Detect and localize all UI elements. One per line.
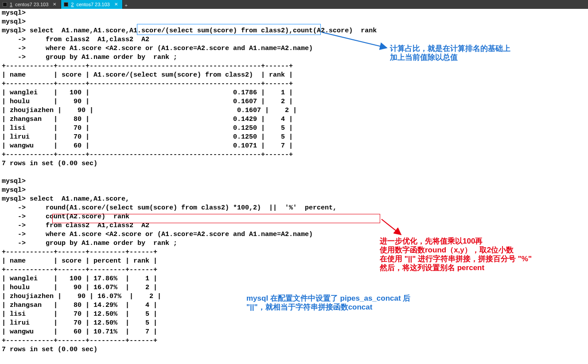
sql-line: -> from class2 A1,class2 A2 [2, 36, 149, 43]
table-separator: +------------+-------+------------------… [2, 62, 293, 70]
tab-1[interactable]: 1 centos7 23.103 ✕ [0, 0, 61, 9]
tab-number: 1 [10, 0, 12, 9]
result-summary: 7 rows in set (0.00 sec) [2, 346, 97, 353]
annotation-line: 计算占比，就是在计算排名的基础上 [390, 44, 510, 53]
table-row: | wanglei | 100 | 0.1786 | 1 | [2, 89, 293, 97]
table-row: | zhangsan | 80 | 14.29% | 4 | [2, 302, 157, 309]
prompt: mysql> [2, 9, 26, 17]
table-row: | zhoujiazhen | 90 | 16.07% | 2 | [2, 293, 161, 300]
blank-line [2, 169, 6, 176]
table-row: | lisi | 70 | 12.50% | 5 | [2, 310, 157, 318]
table-separator: +------------+-------+------------------… [2, 151, 293, 159]
close-icon[interactable]: ✕ [53, 0, 56, 9]
sql-line: -> count(A2.score) rank [2, 213, 129, 221]
table-separator: +------------+-------+---------+------+ [2, 266, 157, 274]
table-row: | zhangsan | 80 | 0.1429 | 4 | [2, 116, 293, 123]
tab-bar: 1 centos7 23.103 ✕ 2 centos7 23.103 ✕ + [0, 0, 588, 9]
sql-line: -> where A1.score <A2.score or (A1.score… [2, 231, 313, 238]
table-row: | houlu | 90 | 16.07% | 2 | [2, 284, 157, 291]
annotation-line: 使用数字函数round（x,y），取2位小数 [380, 246, 532, 255]
tab-label: centos7 23.103 [15, 0, 48, 9]
table-separator: +------------+-------+---------+------+ [2, 248, 157, 256]
table-header: | name | score | A1.score/(select sum(sc… [2, 71, 293, 79]
tab-2[interactable]: 2 centos7 23.103 ✕ [61, 0, 122, 9]
tab-number: 2 [71, 0, 74, 9]
table-row: | wanglei | 100 | 17.86% | 1 | [2, 275, 157, 283]
sql-line: -> group by A1.name order by rank ; [2, 54, 177, 61]
terminal-icon [3, 2, 7, 7]
table-row: | lirui | 70 | 12.50% | 5 | [2, 319, 157, 327]
table-row: | lirui | 70 | 0.1250 | 5 | [2, 133, 293, 141]
new-tab-button[interactable]: + [123, 0, 130, 9]
table-row: | wangwu | 60 | 10.71% | 7 | [2, 328, 157, 336]
sql-line: -> where A1.score <A2.score or (A1.score… [2, 45, 313, 52]
annotation-line: mysql 在配置文件中设置了 pipes_as_concat 后 [246, 294, 410, 303]
result-summary: 7 rows in set (0.00 sec) [2, 160, 97, 167]
table-row: | wangwu | 60 | 0.1071 | 7 | [2, 142, 293, 150]
prompt: mysql> [2, 18, 26, 26]
annotation-line: 加上当前值除以总值 [390, 53, 510, 62]
annotation-line: "||"，就相当于字符串拼接函数concat [246, 303, 410, 312]
tab-label: centos7 23.103 [76, 0, 109, 9]
annotation-blue-bottom: mysql 在配置文件中设置了 pipes_as_concat 后 "||"，就… [246, 294, 410, 312]
sql-line: mysql> select A1.name,A1.score, [2, 195, 129, 203]
close-icon[interactable]: ✕ [114, 0, 118, 9]
table-separator: +------------+-------+---------+------+ [2, 337, 157, 345]
annotation-line: 进一步优化，先将值乘以100再 [380, 237, 532, 246]
prompt: mysql> [2, 178, 26, 185]
prompt: mysql> [2, 186, 26, 194]
table-row: | houlu | 90 | 0.1607 | 2 | [2, 98, 293, 105]
sql-line: mysql> select A1.name,A1.score,A1.score/… [2, 27, 377, 35]
annotation-blue: 计算占比，就是在计算排名的基础上 加上当前值除以总值 [390, 44, 510, 62]
terminal-icon [64, 2, 68, 7]
table-header: | name | score | percent | rank | [2, 257, 157, 265]
annotation-red: 进一步优化，先将值乘以100再 使用数字函数round（x,y），取2位小数 在… [380, 237, 532, 272]
sql-line: -> round(A1.score/(select sum(score) fro… [2, 204, 337, 212]
table-row: | zhoujiazhen | 90 | 0.1607 | 2 | [2, 107, 297, 114]
blank-line [2, 355, 6, 362]
table-separator: +------------+-------+------------------… [2, 80, 293, 88]
sql-line: -> from class2 A1,class2 A2 [2, 222, 149, 229]
table-row: | lisi | 70 | 0.1250 | 5 | [2, 124, 293, 132]
annotation-line: 然后，将这列设置别名 percent [380, 263, 532, 272]
annotation-line: 在使用 "||" 进行字符串拼接，拼接百分号 "%" [380, 255, 532, 263]
sql-line: -> group by A1.name order by rank ; [2, 240, 177, 247]
